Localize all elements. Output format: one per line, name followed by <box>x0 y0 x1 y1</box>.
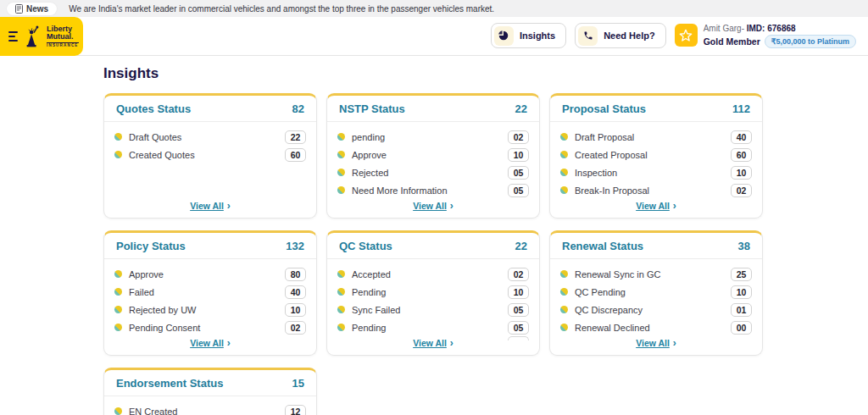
status-item: Failed40 <box>114 283 306 301</box>
status-dot-icon <box>560 306 568 313</box>
insights-button[interactable]: Insights <box>491 23 566 48</box>
status-dot-icon <box>114 270 122 278</box>
status-item-label: Sync Failed <box>352 305 400 315</box>
liberty-statue-icon <box>24 24 41 49</box>
status-dot-icon <box>560 169 568 176</box>
status-item: Sync Failed05 <box>337 301 529 318</box>
card-total-count: 22 <box>515 240 527 252</box>
status-dot-icon <box>560 324 568 331</box>
need-help-button[interactable]: Need Help? <box>575 23 666 48</box>
status-count-badge: 01 <box>731 303 752 317</box>
status-item-label: Draft Proposal <box>575 132 634 142</box>
app-header: Liberty Mutual. INSURANCE Insights Need … <box>0 17 868 56</box>
status-dot-icon <box>114 151 122 158</box>
upgrade-to-platinum-badge[interactable]: ₹5,00,000 to Platinum <box>765 35 856 48</box>
status-count-badge: 22 <box>285 130 306 144</box>
status-dot-icon <box>337 186 345 194</box>
status-item-label: Created Proposal <box>575 150 648 160</box>
view-all-link[interactable]: View All <box>413 338 447 348</box>
chevron-right-icon: › <box>450 337 453 349</box>
card-item-list: Draft Proposal40Created Proposal60Inspec… <box>550 122 762 199</box>
card-title: Proposal Status <box>562 102 646 115</box>
view-all-link[interactable]: View All <box>636 338 670 348</box>
member-name-imd: Amit Garg- IMD: 676868 <box>704 23 856 35</box>
chevron-right-icon: › <box>673 337 676 349</box>
member-imd: IMD: 676868 <box>747 24 796 33</box>
status-item-label: Renewal Declined <box>575 323 650 333</box>
status-card: Renewal Status 38 Renewal Sync in GC25QC… <box>549 230 763 356</box>
card-item-list: pending02Approve10Rejected05Need More In… <box>327 122 539 199</box>
status-count-badge: 05 <box>508 184 529 197</box>
status-item-label: Pending Consent <box>129 323 200 333</box>
view-all-link[interactable]: View All <box>190 338 224 348</box>
status-count-badge: 02 <box>508 268 529 281</box>
status-item: Approve80 <box>114 265 306 283</box>
status-card: Endorsement Status 15 EN Created12EN Und… <box>103 368 317 415</box>
hamburger-menu-icon[interactable] <box>8 31 18 42</box>
status-item: Draft Proposal40 <box>560 128 752 146</box>
status-count-badge: 02 <box>285 321 306 335</box>
news-pill[interactable]: News <box>7 3 57 15</box>
status-card: Policy Status 132 Approve80Failed40Rejec… <box>103 230 317 356</box>
status-count-badge: 25 <box>731 268 752 281</box>
status-item-label: Accepted <box>352 269 391 279</box>
logo-block: Liberty Mutual. INSURANCE <box>0 17 83 56</box>
status-count-badge: 02 <box>731 184 752 197</box>
status-dot-icon <box>560 186 568 194</box>
news-label: News <box>26 4 48 14</box>
card-total-count: 112 <box>732 102 750 115</box>
status-dot-icon <box>337 306 345 313</box>
view-all-link[interactable]: View All <box>636 201 670 211</box>
card-total-count: 82 <box>292 102 304 115</box>
chevron-right-icon: › <box>673 200 676 212</box>
status-item: Pending Consent02 <box>114 318 306 336</box>
status-card: Proposal Status 112 Draft Proposal40Crea… <box>549 93 763 219</box>
status-item: Pending10 <box>337 283 529 301</box>
status-item: Renewal Sync in GC25 <box>560 265 752 283</box>
status-item-label: Break-In Proposal <box>575 185 649 196</box>
status-dot-icon <box>337 169 345 176</box>
card-item-list: Renewal Sync in GC25QC Pending10QC Discr… <box>550 259 762 336</box>
status-item-label: Rejected <box>352 168 388 178</box>
card-title: Endorsement Status <box>116 377 223 390</box>
status-count-badge: 10 <box>731 285 752 299</box>
status-count-badge: 10 <box>731 166 752 180</box>
news-bar: News We are India's market leader in com… <box>0 0 868 17</box>
status-dot-icon <box>560 151 568 158</box>
status-count-badge: 00 <box>731 321 752 335</box>
pie-chart-icon <box>494 26 514 46</box>
status-item: Rejected by UW10 <box>114 301 306 318</box>
card-total-count: 15 <box>292 377 304 390</box>
view-all-link[interactable]: View All <box>413 201 447 211</box>
status-item: Created Proposal60 <box>560 146 752 163</box>
chevron-right-icon: › <box>450 200 453 212</box>
status-item: Inspection10 <box>560 163 752 181</box>
need-help-button-label: Need Help? <box>604 30 655 41</box>
card-total-count: 132 <box>286 240 304 252</box>
status-item: pending02 <box>337 128 529 146</box>
status-item: Approve10 <box>337 146 529 163</box>
card-title: QC Status <box>339 240 392 252</box>
status-count-badge: 40 <box>731 130 752 144</box>
status-dot-icon <box>337 288 345 296</box>
status-card: QC Status 22 Accepted02Pending10Sync Fai… <box>326 230 540 356</box>
status-item-label: Approve <box>129 269 164 279</box>
insights-button-label: Insights <box>520 30 555 41</box>
gold-star-icon <box>675 24 698 47</box>
member-summary: Amit Garg- IMD: 676868 Gold Member ₹5,00… <box>675 23 856 48</box>
news-ticker-text: We are India's market leader in commerci… <box>69 4 494 14</box>
view-all-row: View All› <box>550 197 762 213</box>
status-item-label: Renewal Sync in GC <box>575 269 661 279</box>
view-all-link[interactable]: View All <box>190 201 224 211</box>
status-dot-icon <box>337 270 345 278</box>
status-item: Accepted02 <box>337 265 529 283</box>
status-dot-icon <box>114 407 122 415</box>
card-item-list: EN Created12EN Under Review10 <box>104 396 316 415</box>
status-dot-icon <box>560 270 568 278</box>
news-doc-icon <box>15 4 23 14</box>
status-item: EN Created12 <box>114 402 306 415</box>
view-all-row: View All› <box>327 197 539 213</box>
status-dot-icon <box>337 133 345 141</box>
view-all-row: View All› <box>550 335 762 350</box>
status-item: Need More Information05 <box>337 181 529 199</box>
